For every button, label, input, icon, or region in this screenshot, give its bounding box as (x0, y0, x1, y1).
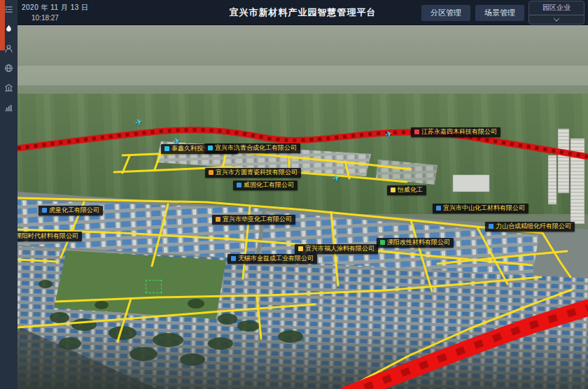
company-label[interactable]: 宜兴市福人涂料有限公司 (295, 244, 378, 254)
company-marker-icon (489, 224, 493, 229)
company-marker-icon (164, 146, 169, 151)
company-label[interactable]: 宜兴市华亚化工有限公司 (212, 215, 295, 225)
flame-icon[interactable] (3, 23, 15, 35)
company-marker-icon (237, 183, 241, 188)
company-marker-icon (42, 208, 47, 213)
menu-fold-icon[interactable] (3, 3, 15, 15)
user-icon[interactable] (3, 43, 15, 55)
chevron-down-icon (529, 15, 584, 24)
map-3d-viewport[interactable]: 泰鑫久利投资有限公司 宜兴市氿青合成化工有限公司 宜兴市方圆青瓷科技有限公司 威… (18, 25, 588, 389)
company-marker-icon (414, 129, 419, 134)
top-header: 2020 年 11 月 13 日 10:18:27 宜兴市新材料产业园智慧管理平… (18, 0, 588, 25)
company-label-text: 宜兴市华亚化工有限公司 (223, 216, 292, 223)
zone-management-button[interactable]: 分区管理 (421, 5, 470, 21)
company-label-text: 威固化工有限公司 (244, 182, 294, 189)
company-label[interactable]: 溧阳时代材料有限公司 (18, 232, 82, 241)
company-marker-icon (380, 240, 385, 245)
left-sidebar (0, 0, 18, 389)
company-label[interactable]: 宜兴市氿青合成化工有限公司 (204, 143, 300, 153)
company-label-text: 溧阳时代材料有限公司 (18, 233, 78, 240)
company-label[interactable]: 宜兴市方圆青瓷科技有限公司 (205, 168, 301, 178)
dropdown-label: 园区企业 (529, 1, 584, 15)
company-label[interactable]: 溧阳改性材料有限公司 (377, 238, 454, 248)
app-window: 2020 年 11 月 13 日 10:18:27 宜兴市新材料产业园智慧管理平… (0, 0, 588, 389)
company-label-text: 江苏永嘉四木科技有限公司 (421, 129, 497, 136)
bank-icon[interactable] (3, 82, 15, 94)
company-label-text: 恒威化工 (398, 187, 423, 194)
globe-icon[interactable] (3, 62, 15, 74)
company-marker-icon (231, 256, 236, 261)
company-marker-icon (208, 146, 213, 150)
company-label-text: 宜兴市中山化工材料有限公司 (443, 205, 525, 212)
company-label-text: 虎皇化工有限公司 (49, 207, 99, 214)
company-label[interactable]: 江苏永嘉四木科技有限公司 (411, 127, 500, 137)
park-enterprise-dropdown[interactable]: 园区企业 (529, 1, 584, 24)
company-marker-icon (298, 246, 303, 251)
company-label[interactable]: 宜兴市中山化工材料有限公司 (433, 204, 528, 213)
company-label[interactable]: 恒威化工 (387, 185, 426, 195)
scene-management-button[interactable]: 场景管理 (475, 5, 524, 21)
company-label[interactable]: 无锡市金益成工业有限公司 (227, 254, 317, 264)
company-label-text: 宜兴市氿青合成化工有限公司 (215, 145, 297, 152)
selection-box (146, 280, 162, 293)
company-label-text: 无锡市金益成工业有限公司 (238, 255, 314, 262)
company-label[interactable]: 虎皇化工有限公司 (38, 206, 103, 215)
company-marker-icon (209, 170, 214, 175)
company-marker-icon (391, 188, 396, 192)
company-label[interactable]: 威固化工有限公司 (233, 181, 298, 190)
company-label[interactable]: 力山合成精细化纤有限公司 (485, 222, 575, 232)
company-marker-icon (216, 217, 220, 222)
company-label-text: 力山合成精细化纤有限公司 (496, 223, 571, 230)
company-marker-icon (436, 206, 441, 211)
company-label-text: 溧阳改性材料有限公司 (387, 239, 450, 246)
chart-icon[interactable] (3, 101, 15, 113)
company-label-text: 宜兴市方圆青瓷科技有限公司 (216, 169, 298, 176)
company-label-text: 宜兴市福人涂料有限公司 (305, 246, 374, 253)
